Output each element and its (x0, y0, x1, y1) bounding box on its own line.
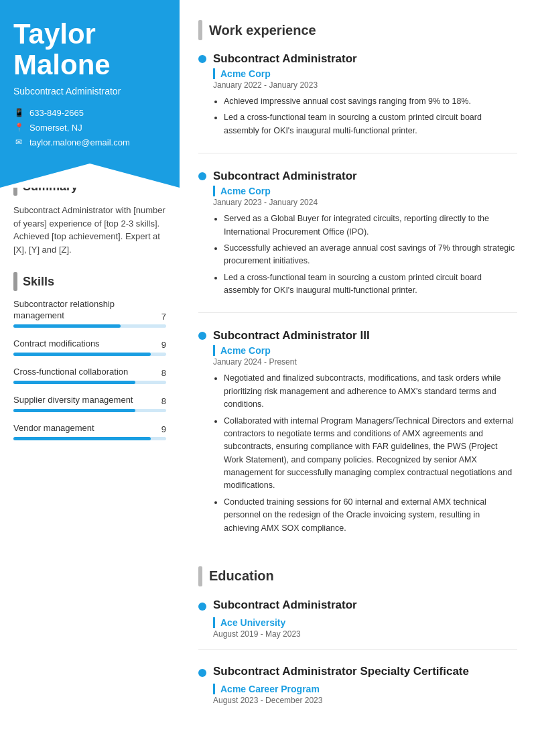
job-bullets: Negotiated and finalized subcontracts, m… (213, 372, 517, 535)
sidebar-blue-header: Taylor Malone Subcontract Administrator … (0, 0, 180, 164)
skill-score: 9 (161, 424, 166, 434)
job-bullets: Served as a Global Buyer for integrated … (213, 212, 517, 297)
edu-title-row: Subcontract Administrator Specialty Cert… (198, 665, 517, 681)
candidate-title: Subcontract Administrator (13, 86, 166, 97)
education-list: Subcontract Administrator Ace University… (198, 598, 517, 716)
job-title: Subcontract Administrator III (213, 329, 370, 342)
job-bullet: Negotiated and finalized subcontracts, m… (224, 372, 517, 411)
main-content: Work experience Subcontract Administrato… (180, 0, 536, 756)
skill-bar-fill (13, 437, 151, 440)
job-dot (198, 172, 206, 180)
skill-score: 8 (161, 396, 166, 406)
skill-name: Vendor management (13, 423, 94, 434)
contact-location: 📍 Somerset, NJ (13, 122, 166, 133)
job-entry: Subcontract Administrator Acme Corp Janu… (198, 170, 517, 313)
phone-icon: 📱 (13, 107, 24, 118)
job-title: Subcontract Administrator (213, 52, 357, 66)
edu-dates: August 2023 - December 2023 (213, 696, 517, 705)
job-company: Acme Corp (213, 186, 517, 196)
job-dot (198, 55, 206, 63)
skills-list: Subcontractor relationship management 7 … (13, 299, 166, 440)
job-company: Acme Corp (213, 68, 517, 79)
skill-bar-background (13, 409, 166, 412)
work-section-title: Work experience (209, 23, 316, 38)
location-icon: 📍 (13, 122, 24, 133)
edu-entry: Subcontract Administrator Specialty Cert… (198, 665, 517, 716)
skills-heading: Skills (13, 272, 166, 291)
sidebar: Taylor Malone Subcontract Administrator … (0, 0, 180, 756)
job-bullet: Collaborated with internal Program Manag… (224, 415, 517, 493)
skill-bar-fill (13, 409, 135, 412)
skill-bar-background (13, 381, 166, 384)
jobs-list: Subcontract Administrator Acme Corp Janu… (198, 52, 517, 550)
skill-bar-fill (13, 324, 121, 328)
edu-dot (198, 603, 206, 611)
job-bullet: Led a cross-functional team in sourcing … (224, 111, 517, 137)
job-entry: Subcontract Administrator Acme Corp Janu… (198, 52, 517, 153)
skill-name: Contract modifications (13, 338, 100, 350)
job-bullet: Achieved impressive annual cost savings … (224, 95, 517, 108)
skill-name: Supplier diversity management (13, 395, 133, 406)
work-experience-heading: Work experience (198, 20, 517, 40)
edu-dot (198, 669, 206, 677)
edu-entry: Subcontract Administrator Ace University… (198, 598, 517, 650)
skills-bar (13, 272, 17, 291)
skill-name: Cross-functional collaboration (13, 367, 128, 378)
edu-section-bar (198, 566, 202, 586)
email-icon: ✉ (13, 137, 24, 147)
job-entry: Subcontract Administrator III Acme Corp … (198, 329, 517, 550)
job-title-row: Subcontract Administrator III (198, 329, 517, 342)
skill-score: 8 (161, 368, 166, 378)
edu-degree: Subcontract Administrator Specialty Cert… (213, 665, 469, 678)
job-dates: January 2024 - Present (213, 357, 517, 367)
skill-item: Vendor management 9 (13, 423, 166, 440)
skill-item: Subcontractor relationship management 7 (13, 299, 166, 328)
contact-email: ✉ taylor.malone@email.com (13, 137, 166, 147)
skill-name: Subcontractor relationship management (13, 299, 134, 322)
skill-item: Contract modifications 9 (13, 338, 166, 356)
skill-bar-fill (13, 381, 135, 384)
edu-section-title: Education (209, 568, 274, 584)
resume-container: Taylor Malone Subcontract Administrator … (0, 0, 536, 756)
skill-score: 7 (161, 312, 166, 322)
work-section-bar (198, 20, 202, 40)
skill-score: 9 (161, 340, 166, 350)
skills-title: Skills (23, 275, 54, 289)
summary-text: Subcontract Administrator with [number o… (13, 204, 166, 256)
skill-item: Cross-functional collaboration 8 (13, 367, 166, 384)
job-dates: January 2023 - January 2024 (213, 198, 517, 207)
job-bullet: Led a cross-functional team in sourcing … (224, 271, 517, 298)
edu-degree: Subcontract Administrator (213, 598, 357, 612)
job-dates: January 2022 - January 2023 (213, 80, 517, 90)
job-dot (198, 332, 206, 340)
contact-phone: 📱 633-849-2665 (13, 107, 166, 118)
sidebar-header: Taylor Malone Subcontract Administrator (0, 0, 180, 97)
sidebar-content: Summary Subcontract Administrator with [… (0, 164, 180, 756)
edu-title-row: Subcontract Administrator (198, 598, 517, 615)
job-bullet: Conducted training sessions for 60 inter… (224, 496, 517, 535)
skill-item: Supplier diversity management 8 (13, 395, 166, 412)
skill-bar-background (13, 324, 166, 328)
job-company: Acme Corp (213, 345, 517, 356)
edu-school: Ace University (213, 617, 517, 628)
skill-bar-fill (13, 353, 151, 356)
job-bullet: Served as a Global Buyer for integrated … (224, 212, 517, 239)
education-heading: Education (198, 566, 517, 586)
job-title: Subcontract Administrator (213, 170, 357, 183)
candidate-name: Taylor Malone (13, 19, 166, 80)
edu-dates: August 2019 - May 2023 (213, 629, 517, 639)
job-bullet: Successfully achieved an average annual … (224, 242, 517, 268)
job-title-row: Subcontract Administrator (198, 52, 517, 66)
contact-info: 📱 633-849-2665 📍 Somerset, NJ ✉ taylor.m… (0, 107, 180, 164)
job-title-row: Subcontract Administrator (198, 170, 517, 183)
skill-bar-background (13, 437, 166, 440)
skill-bar-background (13, 353, 166, 356)
job-bullets: Achieved impressive annual cost savings … (213, 95, 517, 137)
edu-school: Acme Career Program (213, 684, 517, 694)
